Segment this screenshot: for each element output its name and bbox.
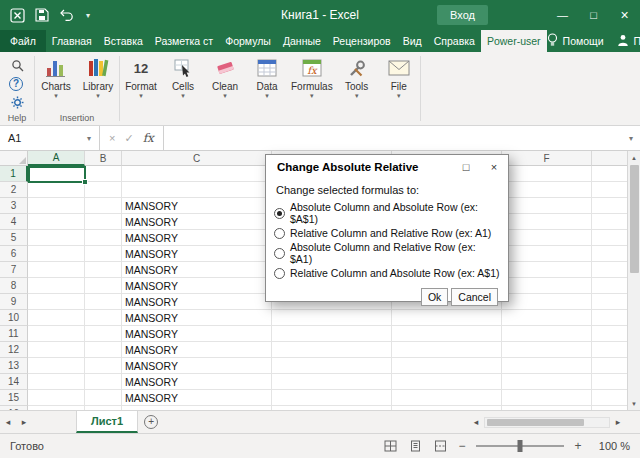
cell-C12[interactable]: MANSORY bbox=[122, 342, 272, 358]
cell-E13[interactable] bbox=[392, 358, 502, 374]
radio-icon[interactable] bbox=[274, 228, 285, 239]
cell-B3[interactable] bbox=[85, 198, 122, 214]
dialog-maximize-icon[interactable]: □ bbox=[452, 155, 480, 179]
cell-F7[interactable] bbox=[502, 262, 592, 278]
cell-E11[interactable] bbox=[392, 326, 502, 342]
radio-selected-icon[interactable] bbox=[274, 208, 285, 219]
ribbon-tab-power-user[interactable]: Power-user bbox=[481, 30, 547, 52]
ribbon-button-charts[interactable]: Charts▾ bbox=[35, 52, 77, 112]
row-header-15[interactable]: 15 bbox=[0, 390, 28, 406]
cell-C2[interactable] bbox=[122, 182, 272, 198]
ribbon-button-data[interactable]: Data▾ bbox=[246, 52, 288, 112]
formula-bar-expand-icon[interactable]: ▾ bbox=[622, 126, 640, 150]
tell-me-button[interactable]: Помощи bbox=[547, 33, 604, 49]
cell-A4[interactable] bbox=[28, 214, 85, 230]
cell-G5[interactable] bbox=[592, 230, 627, 246]
sheet-tab-list1[interactable]: Лист1 bbox=[76, 411, 138, 433]
cell-F6[interactable] bbox=[502, 246, 592, 262]
row-header-4[interactable]: 4 bbox=[0, 214, 28, 230]
cell-A7[interactable] bbox=[28, 262, 85, 278]
cell-G13[interactable] bbox=[592, 358, 627, 374]
cell-B6[interactable] bbox=[85, 246, 122, 262]
cell-B7[interactable] bbox=[85, 262, 122, 278]
ribbon-tab-insert[interactable]: Вставка bbox=[98, 30, 149, 52]
column-header-C[interactable]: C bbox=[122, 151, 272, 166]
cell-A14[interactable] bbox=[28, 374, 85, 390]
cell-C6[interactable]: MANSORY bbox=[122, 246, 272, 262]
row-header-14[interactable]: 14 bbox=[0, 374, 28, 390]
row-header-5[interactable]: 5 bbox=[0, 230, 28, 246]
radio-icon[interactable] bbox=[274, 248, 285, 259]
cell-D11[interactable] bbox=[272, 326, 392, 342]
dialog-option-1[interactable]: Absolute Column and Absolute Row (ex: $A… bbox=[274, 203, 500, 223]
ribbon-tab-home[interactable]: Главная bbox=[46, 30, 98, 52]
cell-B10[interactable] bbox=[85, 310, 122, 326]
cell-A5[interactable] bbox=[28, 230, 85, 246]
cell-F8[interactable] bbox=[502, 278, 592, 294]
sign-in-button[interactable]: Вход bbox=[437, 5, 488, 25]
cell-D13[interactable] bbox=[272, 358, 392, 374]
cell-E14[interactable] bbox=[392, 374, 502, 390]
maximize-button[interactable]: □ bbox=[578, 0, 609, 30]
row-header-3[interactable]: 3 bbox=[0, 198, 28, 214]
hscroll-track[interactable] bbox=[484, 417, 610, 428]
dialog-title-bar[interactable]: Change Absolute Relative □ × bbox=[266, 155, 508, 179]
row-header-13[interactable]: 13 bbox=[0, 358, 28, 374]
scroll-up-icon[interactable]: ▲ bbox=[628, 151, 640, 164]
cell-G4[interactable] bbox=[592, 214, 627, 230]
cell-G7[interactable] bbox=[592, 262, 627, 278]
ribbon-tab-formulas[interactable]: Формулы bbox=[219, 30, 277, 52]
cell-F13[interactable] bbox=[502, 358, 592, 374]
cell-F12[interactable] bbox=[502, 342, 592, 358]
cell-E12[interactable] bbox=[392, 342, 502, 358]
cell-C7[interactable]: MANSORY bbox=[122, 262, 272, 278]
row-header-6[interactable]: 6 bbox=[0, 246, 28, 262]
row-header-1[interactable]: 1 bbox=[0, 166, 28, 182]
vertical-scrollbar[interactable]: ▲ ▼ bbox=[627, 151, 640, 410]
cell-F15[interactable] bbox=[502, 390, 592, 406]
cell-C3[interactable]: MANSORY bbox=[122, 198, 272, 214]
cell-C4[interactable]: MANSORY bbox=[122, 214, 272, 230]
ribbon-button-clean[interactable]: Clean▾ bbox=[204, 52, 246, 112]
row-header-8[interactable]: 8 bbox=[0, 278, 28, 294]
cell-C15[interactable]: MANSORY bbox=[122, 390, 272, 406]
cell-G1[interactable] bbox=[592, 166, 627, 182]
sheet-nav-left-icon[interactable]: ◂ bbox=[0, 411, 16, 433]
cell-A1[interactable] bbox=[28, 166, 85, 182]
row-header-9[interactable]: 9 bbox=[0, 294, 28, 310]
share-button[interactable]: Поделиться bbox=[617, 34, 640, 48]
zoom-out-icon[interactable]: − bbox=[457, 439, 467, 453]
cell-G9[interactable] bbox=[592, 294, 627, 310]
cell-G12[interactable] bbox=[592, 342, 627, 358]
cell-B8[interactable] bbox=[85, 278, 122, 294]
name-box-dropdown-icon[interactable]: ▾ bbox=[87, 134, 91, 143]
cell-B11[interactable] bbox=[85, 326, 122, 342]
column-header-A[interactable]: A bbox=[28, 151, 85, 166]
cell-A11[interactable] bbox=[28, 326, 85, 342]
cell-B4[interactable] bbox=[85, 214, 122, 230]
dialog-close-icon[interactable]: × bbox=[480, 155, 508, 179]
cell-A9[interactable] bbox=[28, 294, 85, 310]
ribbon-button-file[interactable]: File▾ bbox=[378, 52, 420, 112]
cell-B5[interactable] bbox=[85, 230, 122, 246]
ok-button[interactable]: Ok bbox=[421, 288, 448, 306]
cell-A12[interactable] bbox=[28, 342, 85, 358]
add-sheet-button[interactable]: + bbox=[138, 411, 164, 433]
page-layout-view-icon[interactable] bbox=[407, 439, 423, 453]
cell-F1[interactable] bbox=[502, 166, 592, 182]
dialog-option-4[interactable]: Relative Column and Absolute Row (ex: A$… bbox=[274, 263, 500, 283]
insert-function-icon[interactable]: fx bbox=[143, 131, 154, 145]
page-break-view-icon[interactable] bbox=[432, 439, 448, 453]
row-header-12[interactable]: 12 bbox=[0, 342, 28, 358]
ribbon-button-formulas[interactable]: fxFormulas▾ bbox=[288, 52, 336, 112]
row-header-7[interactable]: 7 bbox=[0, 262, 28, 278]
cell-C5[interactable]: MANSORY bbox=[122, 230, 272, 246]
zoom-in-icon[interactable]: + bbox=[573, 439, 583, 453]
zoom-slider-thumb[interactable] bbox=[518, 440, 523, 452]
cell-B9[interactable] bbox=[85, 294, 122, 310]
gear-icon[interactable] bbox=[9, 95, 25, 110]
horizontal-scroll-thumb[interactable] bbox=[487, 419, 584, 426]
zoom-slider[interactable] bbox=[476, 445, 564, 447]
cell-A15[interactable] bbox=[28, 390, 85, 406]
cell-A10[interactable] bbox=[28, 310, 85, 326]
